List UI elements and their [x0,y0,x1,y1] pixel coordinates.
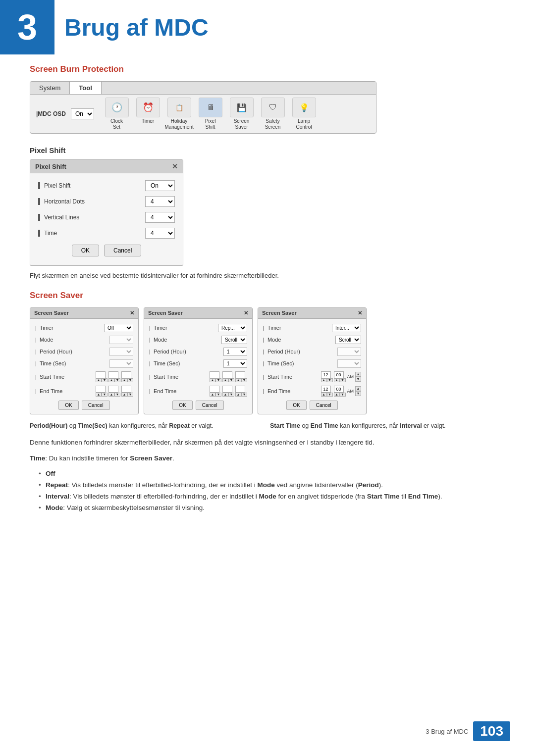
ss-panel-2-titlebar: Screen Saver ✕ [144,308,252,319]
pixel-shift-cancel-button[interactable]: Cancel [104,245,141,256]
ss-p1-end-m-down[interactable]: ▼ [114,393,120,397]
ss-panel-1-close[interactable]: ✕ [130,310,134,316]
pixel-shift-row-0: Pixel Shift OnOff [38,180,175,191]
ss-p2-start-ap[interactable] [235,371,245,378]
ss-panel-2-close[interactable]: ✕ [244,310,248,316]
pixel-shift-ok-button[interactable]: OK [72,245,99,256]
ss-p2-end-ap[interactable] [235,386,245,393]
ss-p1-start-h-up[interactable]: ▲ [96,378,102,382]
ss-panel-3-close[interactable]: ✕ [358,310,362,316]
ss-p2-ok[interactable]: OK [172,401,192,410]
ss-p3-start-ampm-label: AM [347,374,354,379]
bullet-mode2-bold: Mode [259,493,276,500]
ss-p3-timer-row: | Timer Inter...OffRepeat [263,324,361,332]
pixel-shift-row-2-select[interactable]: 4123 [145,212,175,223]
ss-panel-1-body: | Timer OffRepeatInterval | Mode | Perio… [30,319,138,414]
caption-end-bold: End Time [311,422,338,429]
ss-p1-start-m-up[interactable]: ▲ [108,378,114,382]
ss-p1-end-h[interactable] [96,386,106,393]
ss-p1-start-row: | Start Time ▲ ▼ [35,371,133,382]
ss-p1-end-m[interactable] [108,386,118,393]
body-text-1: Denne funktionen forhindrer skærmefterbi… [30,437,505,448]
pixel-shift-title-bar: Pixel Shift ✕ [30,160,183,173]
ss-p3-end-h[interactable] [321,386,331,393]
pixel-shift-row-3-label: Time [38,230,57,237]
bullet-item-interval: Interval: Vis billedets mønster til efte… [39,491,505,503]
bar-indicator-3 [38,230,40,237]
bar-indicator [38,182,40,189]
ss-p1-ok[interactable]: OK [58,401,78,410]
section1-heading: Screen Burn Protection [30,64,505,74]
ss-p2-start-m[interactable] [222,371,232,378]
screen-saver-heading: Screen Saver [30,291,505,301]
ss-p2-mode-select[interactable]: ScrollFadeBar [221,336,247,344]
pixel-shift-title: Pixel Shift [35,163,66,170]
ss-p2-end-m[interactable] [222,386,232,393]
tool-icon-screen-saver[interactable]: 💾 ScreenSaver [228,98,255,130]
ss-p2-time-select[interactable]: 123 [223,359,247,368]
ss-p1-end-row: | End Time ▲ ▼ [35,386,133,397]
ss-p3-start-h[interactable] [321,371,331,378]
ss-p2-cancel[interactable]: Cancel [196,401,224,410]
ss-p2-start-row: | Start Time ▲ ▼ [149,371,247,382]
ss-p1-start-spinner: ▲ ▼ ▲ ▼ [96,371,133,382]
ss-p2-start-h[interactable] [210,371,219,378]
ss-p2-end-h[interactable] [210,386,219,393]
tool-icon-clock-set[interactable]: 🕐 ClockSet [103,98,130,130]
ss-panel-2-title: Screen Saver [148,310,183,316]
ss-p1-start-ap-down[interactable]: ▼ [127,378,133,382]
tool-icon-lamp-control[interactable]: 💡 LampControl [290,98,318,130]
ss-p1-end-ap-down[interactable]: ▼ [127,393,133,397]
ss-p3-ok[interactable]: OK [286,401,306,410]
pixel-shift-close-icon[interactable]: ✕ [172,162,178,170]
toolbar: |MDC OSD On Off 🕐 ClockSet ⏰ Timer 📋 [30,95,376,133]
caption-left: Period(Hour) og Time(Sec) kan konfigurer… [30,421,265,431]
ss-p1-end-h-down[interactable]: ▼ [102,393,107,397]
pixel-shift-row-3-select[interactable]: 4123 [145,228,175,239]
ss-p2-timer-select[interactable]: Rep...OffInterval [218,324,247,332]
ss-p1-timer-select[interactable]: OffRepeatInterval [104,324,133,332]
ss-p1-end-ap-up[interactable]: ▲ [121,393,127,397]
ss-p3-time-row: | Time (Sec) [263,359,361,368]
ss-p1-end-m-up[interactable]: ▲ [108,393,114,397]
tool-icon-safety-screen[interactable]: 🛡 SafetyScreen [259,98,286,130]
pixel-shift-row-1-select[interactable]: 4123 [145,196,175,207]
pixel-shift-label: PixelShift [205,118,216,130]
mdc-osd-select[interactable]: On Off [71,108,94,119]
ss-p1-end-ap[interactable] [121,386,131,393]
ss-p1-start-m-down[interactable]: ▼ [114,378,120,382]
ss-p3-timer-select[interactable]: Inter...OffRepeat [332,324,361,332]
bullet-mode-bold: Mode [257,481,274,489]
ss-p1-start-ap-up[interactable]: ▲ [121,378,127,382]
ss-p1-start-h[interactable] [96,371,106,378]
pixel-shift-row-1-label: Horizontal Dots [38,198,85,205]
ss-p2-period-select[interactable]: 123 [223,348,247,356]
bullet-period-bold: Period [358,481,379,489]
ss-panel-3-body: | Timer Inter...OffRepeat | Mode ScrollF… [258,319,366,414]
ss-p3-cancel[interactable]: Cancel [310,401,338,410]
tool-icon-timer[interactable]: ⏰ Timer [134,98,161,130]
tab-system[interactable]: System [30,82,70,94]
ss-p1-mode-select [109,336,133,344]
ss-p1-start-ap[interactable] [121,371,131,378]
tool-icon-pixel-shift[interactable]: 🖥 PixelShift [197,98,224,130]
ss-p1-end-h-up[interactable]: ▲ [96,393,102,397]
bullet-item-off: Off [39,468,505,480]
tab-tool[interactable]: Tool [70,82,101,94]
bullet-list: Off Repeat: Vis billedets mønster til ef… [30,468,505,514]
timer-icon: ⏰ [136,98,160,117]
ss-p3-mode-select[interactable]: ScrollFade [335,336,361,344]
ss-p3-period-select [337,348,361,356]
ss-p3-start-m[interactable] [334,371,344,378]
screen-saver-panels: Screen Saver ✕ | Timer OffRepeatInterval… [30,307,505,414]
ss-panel-1: Screen Saver ✕ | Timer OffRepeatInterval… [30,307,139,414]
pixel-shift-row-0-select[interactable]: OnOff [145,180,175,191]
ss-p1-cancel[interactable]: Cancel [82,401,110,410]
ss-p2-period-row: | Period (Hour) 123 [149,348,247,356]
ss-p1-start-h-down[interactable]: ▼ [102,378,107,382]
tool-icon-holiday[interactable]: 📋 HolidayManagement [165,98,193,130]
ss-p1-mode-label: | Mode [35,337,53,343]
ss-p1-start-m[interactable] [108,371,118,378]
ss-p1-time-row: | Time (Sec) [35,359,133,368]
ss-p3-end-m[interactable] [334,386,344,393]
